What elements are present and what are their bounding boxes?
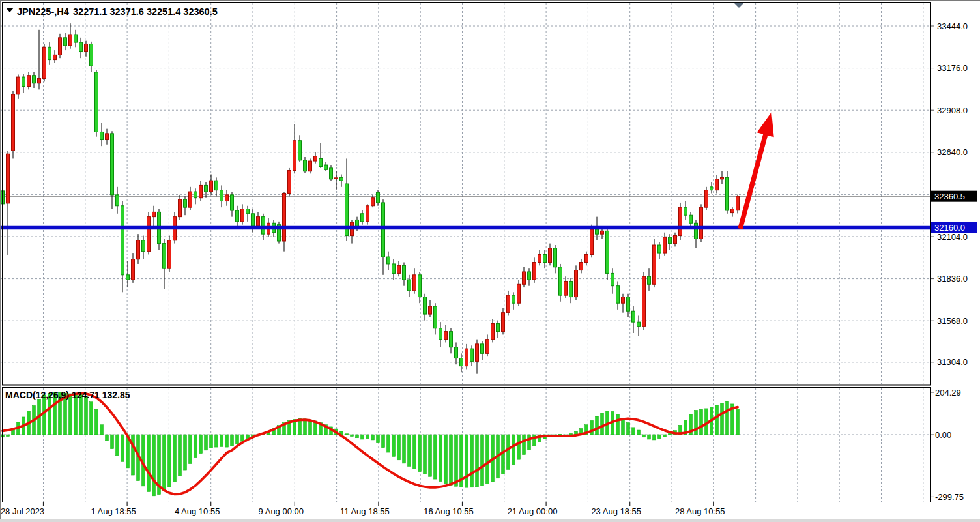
trading-chart: 33444.033176.032908.032640.032104.031836… — [0, 0, 980, 522]
main-chart-pane[interactable] — [3, 3, 930, 385]
mt4-chart-window: 33444.033176.032908.032640.032104.031836… — [0, 0, 980, 522]
time-axis[interactable] — [3, 502, 930, 518]
macd-pane[interactable] — [3, 387, 930, 502]
price-axis[interactable] — [931, 3, 980, 502]
window-bottom-strip — [0, 519, 980, 522]
